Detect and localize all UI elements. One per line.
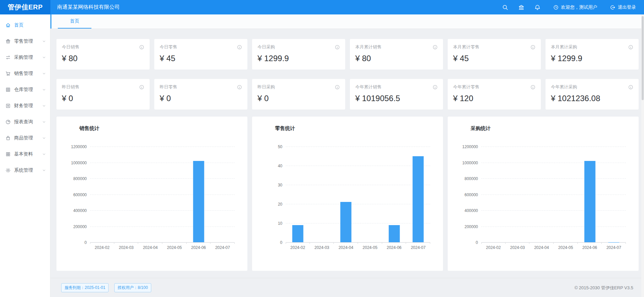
institution-icon[interactable]	[518, 4, 524, 10]
sidebar-item-label: 商品管理	[14, 135, 33, 141]
sidebar-item-system[interactable]: 系统管理	[0, 162, 50, 178]
stat-card: 今日销售 ¥ 80	[56, 39, 150, 70]
sidebar-item-basedata[interactable]: 基本资料	[0, 146, 50, 162]
app: 管伊佳ERP 南通某某网络科技有限公司 欢迎您，测试用户 退出登录 首页 零售管…	[0, 0, 644, 297]
info-icon[interactable]	[139, 85, 144, 90]
tab-accent-bar	[50, 14, 51, 29]
stat-card-value: ¥ 80	[62, 54, 144, 63]
stat-card-value: ¥ 0	[160, 94, 242, 103]
info-icon[interactable]	[433, 85, 438, 90]
cart-icon	[5, 71, 11, 76]
tab-home[interactable]: 首页	[58, 14, 91, 29]
topbar: 管伊佳ERP 南通某某网络科技有限公司 欢迎您，测试用户 退出登录	[0, 0, 644, 14]
stat-card-label: 本月累计零售	[453, 44, 479, 50]
cabinet-icon	[5, 87, 11, 92]
stat-card-label: 昨日零售	[160, 84, 177, 90]
info-icon[interactable]	[530, 85, 535, 90]
chart-title: 销售统计	[79, 125, 247, 132]
welcome-text: 欢迎您，测试用户	[561, 4, 597, 10]
logout-icon	[610, 5, 615, 10]
sidebar-item-label: 零售管理	[14, 38, 33, 44]
chart-panel: 采购统计 12000001000000800000600000400000200…	[448, 117, 639, 271]
stat-card-label: 今日采购	[257, 44, 275, 50]
scrollbar	[641, 14, 644, 297]
info-icon[interactable]	[139, 45, 144, 50]
stat-card-label: 今年累计采购	[551, 84, 577, 90]
logout-button[interactable]: 退出登录	[610, 4, 636, 10]
sidebar-item-label: 系统管理	[14, 167, 33, 173]
user-menu[interactable]: 欢迎您，测试用户	[553, 4, 597, 10]
chevron-down-icon	[42, 168, 46, 172]
sidebar-item-label: 销售管理	[14, 71, 33, 77]
content-area: 首页 今日销售 ¥ 80 今日零售 ¥ 45 今日采购 ¥ 1299.9 本月累…	[50, 14, 644, 297]
bar-slot: 2024-02	[481, 146, 506, 242]
bar-slot: 2024-02	[90, 146, 114, 242]
scrollbar-thumb[interactable]	[642, 16, 644, 100]
chevron-down-icon	[42, 104, 46, 108]
licensed-users-badge: 授权用户：8/100	[114, 283, 151, 292]
info-icon[interactable]	[433, 45, 438, 50]
info-icon[interactable]	[237, 85, 242, 90]
sidebar-item-finance[interactable]: 财务管理	[0, 98, 50, 114]
sidebar-item-label: 仓库管理	[14, 87, 33, 93]
stat-card-label: 今年累计零售	[453, 84, 479, 90]
stat-card: 昨日零售 ¥ 0	[154, 79, 247, 110]
info-icon[interactable]	[628, 45, 633, 50]
sidebar-item-home[interactable]: 首页	[0, 17, 50, 33]
chevron-down-icon	[42, 72, 46, 76]
main-area: 首页 零售管理 采购管理 销售管理 仓库管理 财务管理 报表查询 商品管理	[0, 14, 644, 297]
sidebar-item-report[interactable]: 报表查询	[0, 114, 50, 130]
sidebar-item-warehouse[interactable]: 仓库管理	[0, 82, 50, 98]
chevron-down-icon	[42, 120, 46, 124]
stat-card: 昨日销售 ¥ 0	[56, 79, 150, 110]
stat-card: 今日采购 ¥ 1299.9	[252, 39, 345, 70]
stat-card: 本月累计销售 ¥ 80	[350, 39, 443, 70]
bar-slot: 2024-06	[382, 146, 406, 242]
stat-card-label: 今日销售	[62, 44, 79, 50]
swap-icon	[5, 55, 11, 60]
search-icon[interactable]	[502, 4, 508, 10]
pie-chart-icon	[5, 119, 11, 125]
stat-card-value: ¥ 1021236.08	[551, 94, 633, 103]
service-expiry-badge: 服务到期：2025-01-01	[61, 283, 109, 292]
info-icon[interactable]	[335, 45, 340, 50]
bar-slot: 2024-04	[529, 146, 554, 242]
footer: 服务到期：2025-01-01 授权用户：8/100 © 2015-2030 管…	[50, 278, 644, 292]
stat-card: 昨日采购 ¥ 0	[252, 79, 345, 110]
chart-plot: 1200000100000080000060000040000020000002…	[481, 146, 626, 242]
chart-panel: 零售统计 504030201002024-022024-032024-04202…	[252, 117, 443, 271]
stat-card-value: ¥ 0	[257, 94, 340, 103]
chevron-down-icon	[42, 88, 46, 92]
info-icon[interactable]	[335, 85, 340, 90]
bar	[413, 156, 424, 243]
chart-plot: 504030201002024-022024-032024-042024-052…	[286, 146, 430, 242]
notification-bell-icon[interactable]	[534, 4, 540, 10]
info-icon[interactable]	[237, 45, 242, 50]
sidebar-item-goods[interactable]: 商品管理	[0, 130, 50, 146]
bar	[193, 161, 204, 242]
info-icon[interactable]	[628, 85, 633, 90]
bar-slot: 2024-07	[602, 146, 626, 242]
stat-card-value: ¥ 1299.9	[551, 54, 633, 63]
stat-card-label: 本月累计销售	[355, 44, 381, 50]
sidebar-item-label: 财务管理	[14, 103, 33, 109]
app-logo[interactable]: 管伊佳ERP	[0, 0, 50, 14]
chevron-down-icon	[42, 39, 46, 43]
info-icon[interactable]	[530, 45, 535, 50]
gear-icon	[5, 168, 11, 173]
bar-slot: 2024-03	[114, 146, 138, 242]
bar	[584, 161, 595, 242]
dashboard: 今日销售 ¥ 80 今日零售 ¥ 45 今日采购 ¥ 1299.9 本月累计销售…	[50, 29, 644, 297]
sidebar-item-label: 首页	[14, 22, 24, 28]
grid-icon	[5, 152, 11, 157]
stat-card-label: 昨日采购	[257, 84, 275, 90]
bar	[340, 202, 352, 242]
sidebar-item-retail[interactable]: 零售管理	[0, 33, 50, 49]
user-status-icon	[553, 5, 559, 10]
sidebar-item-sales[interactable]: 销售管理	[0, 66, 50, 82]
stat-card-value: ¥ 0	[62, 94, 144, 103]
chevron-down-icon	[42, 136, 46, 140]
sidebar-item-purchase[interactable]: 采购管理	[0, 49, 50, 66]
stat-card-value: ¥ 80	[355, 54, 438, 63]
bar-slot: 2024-06	[578, 146, 602, 242]
